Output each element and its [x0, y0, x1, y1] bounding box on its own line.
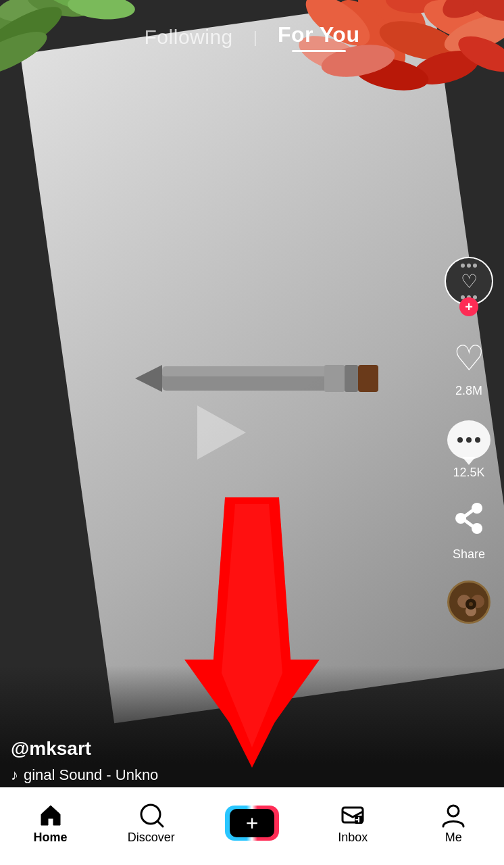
like-action[interactable]: ♡ 2.8M	[446, 335, 492, 398]
svg-rect-26	[358, 365, 378, 392]
heart-icon: ♡	[453, 338, 485, 378]
me-label: Me	[445, 831, 462, 845]
likes-count: 2.8M	[455, 384, 482, 398]
comments-count: 12.5K	[453, 466, 484, 480]
for-you-tab[interactable]: For You	[278, 22, 359, 52]
action-sidebar: ♡ + ♡ 2.8M 12.5K	[445, 257, 493, 624]
share-action[interactable]: Share	[446, 499, 492, 562]
svg-rect-24	[324, 365, 345, 392]
discover-icon	[138, 802, 164, 828]
nav-me[interactable]: Me	[426, 802, 480, 845]
svg-point-29	[455, 513, 466, 524]
nav-divider: |	[253, 28, 257, 47]
music-disc-icon	[447, 580, 490, 624]
svg-point-35	[469, 602, 473, 606]
avatar-decoration	[461, 264, 477, 268]
comment-bubble-icon	[447, 420, 490, 460]
music-disc-action[interactable]	[447, 580, 490, 624]
nav-create[interactable]: +	[225, 806, 279, 841]
video-info: @mksart ♪ ginal Sound - Unkno	[11, 738, 436, 784]
follow-button[interactable]: +	[459, 297, 478, 316]
inbox-icon	[340, 802, 366, 828]
inbox-label: Inbox	[338, 831, 368, 845]
active-underline	[292, 50, 346, 52]
share-icon-container	[446, 499, 492, 545]
music-label: ginal Sound - Unkno	[24, 766, 158, 784]
like-icon-container: ♡	[446, 335, 492, 381]
comment-action[interactable]: 12.5K	[446, 417, 492, 480]
bottom-navigation: Home Discover + Inbox Me	[0, 787, 504, 865]
comment-icon-container	[446, 417, 492, 463]
username[interactable]: @mksart	[11, 738, 436, 760]
home-icon	[38, 802, 64, 828]
avatar-heart-icon: ♡	[461, 270, 478, 293]
home-label: Home	[34, 831, 68, 845]
comment-dots	[457, 437, 480, 443]
plus-icon: +	[230, 809, 274, 837]
music-note-icon: ♪	[11, 766, 18, 784]
top-navigation: Following | For You	[0, 0, 504, 61]
play-button-overlay[interactable]	[197, 405, 246, 460]
nav-inbox[interactable]: Inbox	[326, 802, 380, 845]
share-icon	[449, 501, 489, 542]
svg-marker-21	[135, 365, 162, 392]
share-label: Share	[453, 547, 485, 562]
profile-icon	[440, 802, 466, 828]
svg-rect-23	[162, 366, 351, 376]
svg-point-43	[448, 806, 459, 816]
svg-point-27	[472, 503, 482, 514]
nav-home[interactable]: Home	[24, 802, 78, 845]
svg-point-28	[472, 523, 482, 534]
creator-avatar[interactable]: ♡ +	[445, 257, 493, 316]
svg-line-40	[157, 821, 163, 826]
music-row: ♪ ginal Sound - Unkno	[11, 766, 436, 784]
following-tab[interactable]: Following	[145, 26, 233, 49]
nav-discover[interactable]: Discover	[124, 802, 178, 845]
svg-rect-25	[345, 365, 358, 392]
create-button[interactable]: +	[225, 806, 279, 841]
discover-label: Discover	[128, 831, 175, 845]
